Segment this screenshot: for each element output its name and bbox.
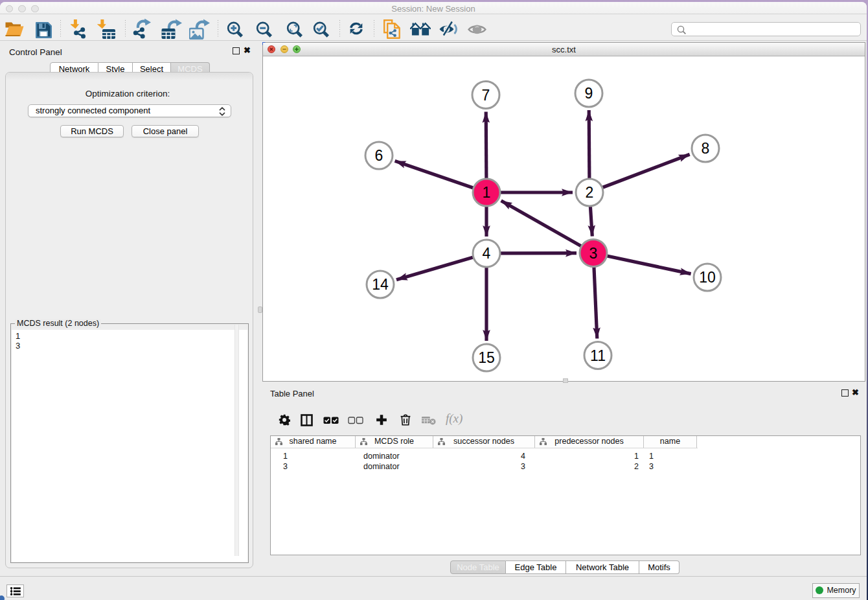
svg-text:6: 6 — [375, 147, 383, 164]
svg-text:4: 4 — [483, 245, 491, 262]
svg-text:3: 3 — [589, 245, 598, 262]
svg-text:10: 10 — [699, 269, 716, 286]
svg-text:14: 14 — [372, 276, 389, 293]
svg-text:2: 2 — [586, 184, 594, 201]
svg-text:9: 9 — [585, 85, 593, 102]
svg-text:7: 7 — [482, 87, 490, 104]
svg-text:8: 8 — [702, 140, 710, 157]
svg-text:11: 11 — [590, 347, 606, 364]
svg-text:15: 15 — [478, 349, 495, 366]
svg-text:1: 1 — [483, 184, 491, 201]
